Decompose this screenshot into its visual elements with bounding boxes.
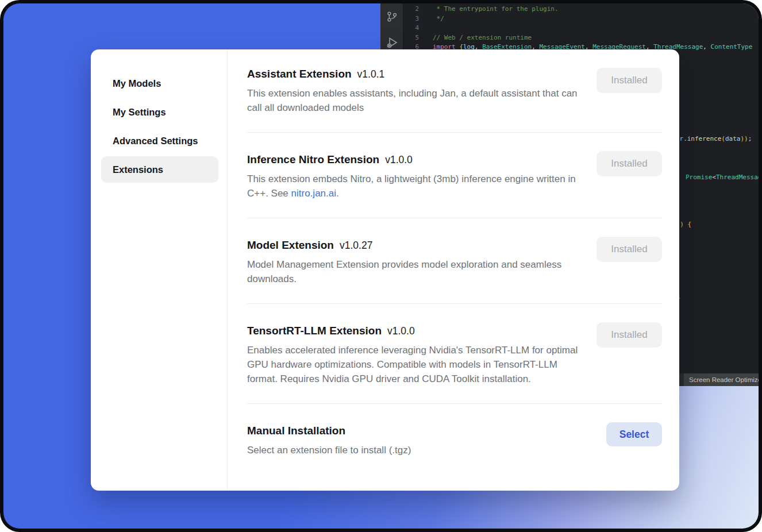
extension-name: Assistant Extension <box>247 68 352 80</box>
extension-row: TensortRT-LLM Extensionv1.0.0Enables acc… <box>247 304 662 404</box>
extension-description: Model Management Extension provides mode… <box>247 257 583 286</box>
status-screen-reader-item[interactable]: Screen Reader Optimize <box>684 373 759 386</box>
extension-version: v1.0.0 <box>385 154 413 166</box>
sidebar-item-my-models[interactable]: My Models <box>91 69 227 98</box>
sidebar-item-label: My Settings <box>113 107 166 118</box>
source-control-icon[interactable] <box>386 10 398 23</box>
code-fragment: Promise<ThreadMessage> <box>686 174 759 181</box>
background-gradient: 2 * The entrypoint for the plugin.3 */45… <box>3 3 759 529</box>
settings-dialog: My ModelsMy SettingsAdvanced SettingsExt… <box>91 49 679 491</box>
extension-row: Inference Nitro Extensionv1.0.0This exte… <box>247 133 662 218</box>
sidebar-item-label: Extensions <box>113 164 163 175</box>
code-line: 4 <box>404 24 759 33</box>
line-number: 4 <box>404 24 425 33</box>
extension-version: v1.0.27 <box>340 240 372 252</box>
installed-button[interactable]: Installed <box>596 68 662 93</box>
extension-row: Model Extensionv1.0.27Model Management E… <box>247 218 662 304</box>
installed-button[interactable]: Installed <box>596 322 662 348</box>
extension-row: Assistant Extensionv1.0.1This extension … <box>247 49 662 133</box>
line-number: 5 <box>404 33 425 43</box>
installed-button[interactable]: Installed <box>596 151 662 176</box>
extension-name: TensortRT-LLM Extension <box>247 325 382 337</box>
sidebar-item-label: My Models <box>113 78 161 89</box>
installed-button[interactable]: Installed <box>596 237 662 262</box>
sidebar-item-advanced-settings[interactable]: Advanced Settings <box>91 126 227 155</box>
extension-description: Enables accelerated inference leveraging… <box>247 343 583 386</box>
sidebar-item-label: Advanced Settings <box>113 136 198 147</box>
extension-version: v1.0.0 <box>387 325 415 337</box>
select-file-button[interactable]: Select <box>606 422 662 446</box>
run-and-debug-icon[interactable] <box>386 36 398 48</box>
manual-installation-description: Select an extension file to install (.tg… <box>247 443 583 457</box>
app-window: 2 * The entrypoint for the plugin.3 */45… <box>0 0 762 532</box>
extensions-list: Assistant Extensionv1.0.1This extension … <box>247 49 662 404</box>
manual-installation-row: Manual Installation Select an extension … <box>247 404 662 475</box>
line-number: 2 <box>404 5 425 14</box>
extensions-panel: Assistant Extensionv1.0.1This extension … <box>228 49 679 491</box>
extension-description: This extension enables assistants, inclu… <box>247 86 583 115</box>
code-line: 2 * The entrypoint for the plugin. <box>404 5 759 14</box>
sidebar-item-my-settings[interactable]: My Settings <box>91 98 227 126</box>
extension-name: Model Extension <box>247 239 334 252</box>
line-number: 3 <box>404 14 425 24</box>
extension-version: v1.0.1 <box>357 68 385 80</box>
extension-name: Inference Nitro Extension <box>247 153 379 166</box>
extension-description: This extension embeds Nitro, a lightweig… <box>247 172 583 201</box>
settings-sidebar: My ModelsMy SettingsAdvanced SettingsExt… <box>91 49 228 491</box>
manual-installation-title: Manual Installation <box>247 425 345 437</box>
code-lines: 2 * The entrypoint for the plugin.3 */45… <box>404 5 759 52</box>
nitro-jan-ai-link[interactable]: nitro.jan.ai. <box>291 188 339 199</box>
sidebar-item-extensions[interactable]: Extensions <box>101 156 218 183</box>
code-line: 3 */ <box>404 14 759 24</box>
code-line: 5// Web / extension runtime <box>404 33 759 43</box>
